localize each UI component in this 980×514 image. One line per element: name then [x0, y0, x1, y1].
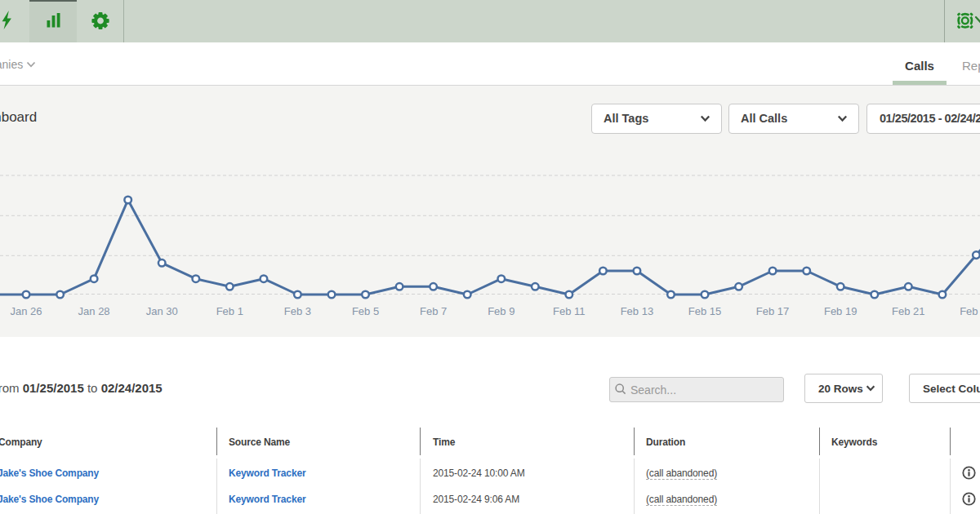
svg-text:Feb 13: Feb 13 — [621, 305, 653, 317]
svg-text:Feb 5: Feb 5 — [352, 305, 379, 317]
svg-text:Feb 11: Feb 11 — [553, 305, 586, 317]
svg-text:Feb 17: Feb 17 — [756, 305, 789, 317]
svg-text:Feb 15: Feb 15 — [688, 305, 721, 317]
svg-text:Feb 9: Feb 9 — [488, 305, 514, 317]
svg-text:Feb 23: Feb 23 — [960, 305, 980, 317]
svg-text:Jan 28: Jan 28 — [78, 305, 110, 317]
svg-text:Jan 30: Jan 30 — [146, 305, 178, 317]
svg-text:Feb 1: Feb 1 — [216, 305, 243, 317]
svg-text:Feb 7: Feb 7 — [420, 305, 447, 317]
svg-text:Jan 26: Jan 26 — [10, 305, 42, 317]
svg-text:Feb 21: Feb 21 — [892, 305, 924, 317]
svg-text:Feb 3: Feb 3 — [284, 305, 311, 317]
svg-text:Feb 19: Feb 19 — [824, 305, 857, 317]
